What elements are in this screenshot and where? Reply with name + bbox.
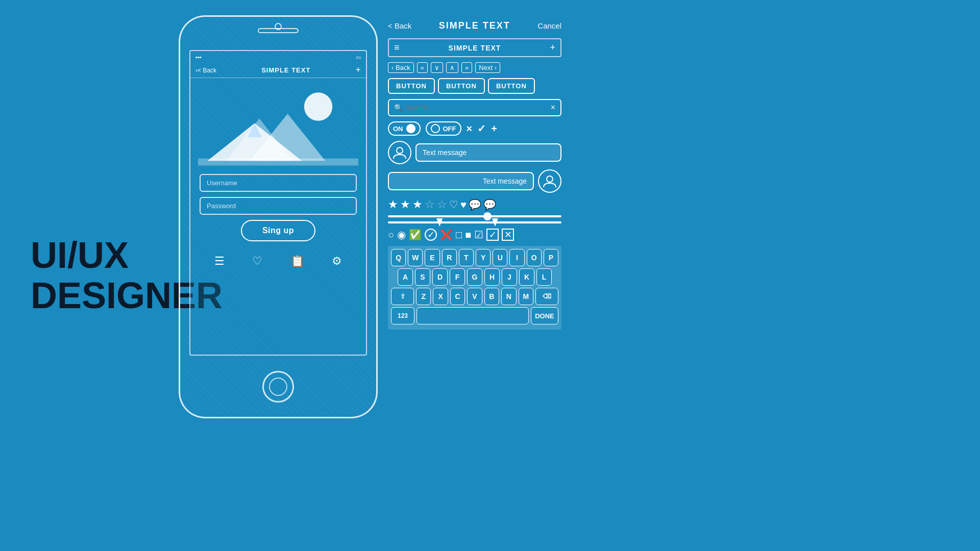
nav-down-icon[interactable]: ∨: [431, 62, 443, 73]
button-3[interactable]: BUTTON: [488, 78, 535, 94]
home-button[interactable]: [262, 371, 294, 403]
key-q[interactable]: Q: [391, 249, 406, 266]
star-filled-2[interactable]: ★: [400, 198, 410, 211]
star-filled-1[interactable]: ★: [388, 198, 398, 211]
key-v[interactable]: V: [467, 288, 482, 305]
key-y[interactable]: Y: [476, 249, 491, 266]
search-input[interactable]: [406, 104, 551, 112]
check-icon[interactable]: ✓: [477, 122, 486, 135]
key-d[interactable]: D: [432, 268, 448, 286]
title-section: UI/UX DESIGNER: [31, 235, 194, 316]
key-e[interactable]: E: [425, 249, 439, 266]
key-space[interactable]: [416, 307, 529, 324]
home-button-inner: [269, 378, 287, 396]
ui-search-row[interactable]: 🔍 ×: [388, 99, 561, 116]
username-field[interactable]: Username: [200, 174, 357, 192]
key-k[interactable]: K: [519, 268, 534, 286]
key-backspace[interactable]: ⌫: [535, 288, 558, 305]
checkbox-empty[interactable]: □: [456, 229, 462, 241]
slider-thumb-1[interactable]: [483, 212, 492, 220]
svg-point-6: [397, 147, 403, 154]
screen-nav-plus-button[interactable]: +: [355, 65, 361, 76]
star-empty-1[interactable]: ☆: [425, 198, 435, 211]
close-icon[interactable]: ×: [467, 123, 473, 135]
ui-topbar-back[interactable]: < Back: [388, 21, 411, 30]
search-clear-icon[interactable]: ×: [551, 103, 555, 112]
slider-thumb-2[interactable]: [436, 218, 443, 227]
key-u[interactable]: U: [493, 249, 507, 266]
nav-back-btn[interactable]: ‹ Back: [388, 62, 414, 73]
svg-point-7: [547, 176, 553, 182]
ui-topbar-cancel[interactable]: Cancel: [537, 21, 561, 30]
screen-back-button[interactable]: ‹ < Back: [195, 67, 216, 74]
nav-double-forward-icon[interactable]: »: [461, 62, 472, 73]
star-filled-3[interactable]: ★: [412, 198, 423, 211]
key-h[interactable]: H: [484, 268, 500, 286]
checkbox-filled[interactable]: ■: [465, 229, 471, 241]
password-field[interactable]: Password: [200, 197, 357, 215]
radio-check[interactable]: ✅: [409, 229, 422, 241]
key-123[interactable]: 123: [391, 307, 414, 324]
key-z[interactable]: Z: [416, 288, 431, 305]
toggle-on[interactable]: ON: [388, 121, 421, 136]
screen-image-area: [190, 82, 366, 169]
user-avatar-icon: [393, 145, 407, 160]
radio-check2[interactable]: ✓: [425, 229, 437, 241]
key-w[interactable]: W: [408, 249, 423, 266]
key-r[interactable]: R: [442, 249, 457, 266]
key-g[interactable]: G: [467, 268, 482, 286]
ui-navbar2-menu-icon[interactable]: ≡: [394, 42, 400, 53]
menu-icon[interactable]: ☰: [214, 255, 225, 268]
key-a[interactable]: A: [398, 268, 413, 286]
slider-track-2: [388, 221, 561, 223]
signup-button[interactable]: Sing up: [241, 220, 315, 241]
heart-filled-icon[interactable]: ♥: [460, 199, 467, 211]
key-b[interactable]: B: [484, 288, 499, 305]
radio-filled[interactable]: ◉: [397, 229, 406, 241]
key-l[interactable]: L: [536, 268, 552, 286]
key-n[interactable]: N: [501, 288, 516, 305]
keyboard-row-4: 123 DONE: [391, 307, 558, 324]
key-done[interactable]: DONE: [531, 307, 558, 324]
key-m[interactable]: M: [519, 288, 533, 305]
checkbox-x[interactable]: ✕: [502, 229, 514, 241]
toggle-off-label: OFF: [443, 125, 456, 133]
button-1[interactable]: BUTTON: [388, 78, 435, 94]
comment-outline-icon[interactable]: 💬: [469, 198, 481, 211]
heart-outline-icon[interactable]: ♡: [449, 198, 458, 211]
msg-left-text: Text message: [423, 148, 467, 157]
key-i[interactable]: I: [509, 249, 524, 266]
toggle-off[interactable]: OFF: [426, 121, 461, 136]
msg-bubble-right[interactable]: Text message: [388, 172, 534, 190]
ui-navbar2-plus[interactable]: +: [550, 42, 555, 53]
radio-empty[interactable]: ○: [388, 229, 394, 241]
key-t[interactable]: T: [459, 249, 474, 266]
circle-x[interactable]: ❌: [440, 229, 453, 241]
nav-double-back-icon[interactable]: «: [417, 62, 428, 73]
ui-panel: < Back SIMPLE TEXT Cancel ≡ SIMPLE TEXT …: [388, 20, 561, 330]
key-shift[interactable]: ⇧: [391, 288, 414, 305]
key-j[interactable]: J: [502, 268, 517, 286]
star-empty-2[interactable]: ☆: [437, 198, 447, 211]
screen-nav-title: SIMPLE TEXT: [216, 66, 355, 74]
button-2[interactable]: BUTTON: [438, 78, 485, 94]
key-o[interactable]: O: [527, 249, 542, 266]
list-icon[interactable]: 📋: [290, 255, 304, 268]
keyboard-row-1: Q W E R T Y U I O P: [391, 249, 558, 266]
checkbox-check2[interactable]: ✓: [486, 229, 499, 241]
plus-icon[interactable]: +: [491, 123, 497, 135]
heart-icon[interactable]: ♡: [252, 255, 262, 268]
slider-thumb-3[interactable]: [492, 218, 498, 227]
nav-up-icon[interactable]: ∧: [446, 62, 458, 73]
comment-filled-icon[interactable]: 💬: [483, 198, 496, 211]
key-c[interactable]: C: [450, 288, 465, 305]
key-x[interactable]: X: [433, 288, 448, 305]
checkbox-checked[interactable]: ☑: [474, 229, 483, 241]
mountains-svg: [198, 82, 358, 169]
settings-icon[interactable]: ⚙: [332, 255, 342, 268]
msg-bubble-left[interactable]: Text message: [415, 143, 561, 162]
key-s[interactable]: S: [415, 268, 430, 286]
nav-next-btn[interactable]: Next ›: [475, 62, 500, 73]
key-p[interactable]: P: [544, 249, 558, 266]
key-f[interactable]: F: [450, 268, 465, 286]
